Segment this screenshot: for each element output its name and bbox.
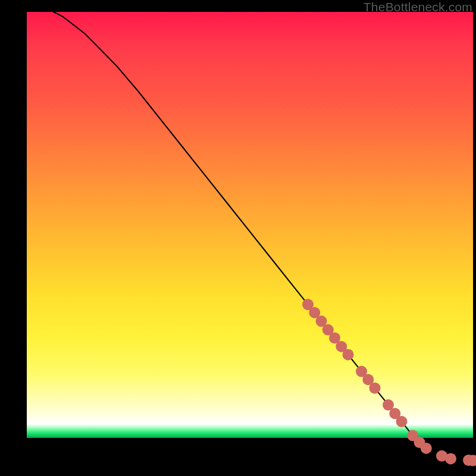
curve-line [54, 12, 473, 461]
data-point [343, 349, 354, 361]
plot-area [27, 12, 473, 464]
data-point [421, 443, 432, 454]
data-point [369, 383, 381, 394]
data-point [445, 453, 456, 464]
chart-frame: TheBottleneck.com [0, 0, 476, 476]
data-point [396, 416, 408, 427]
chart-svg [27, 12, 473, 464]
watermark-text: TheBottleneck.com [364, 0, 472, 14]
marker-group [302, 299, 476, 466]
